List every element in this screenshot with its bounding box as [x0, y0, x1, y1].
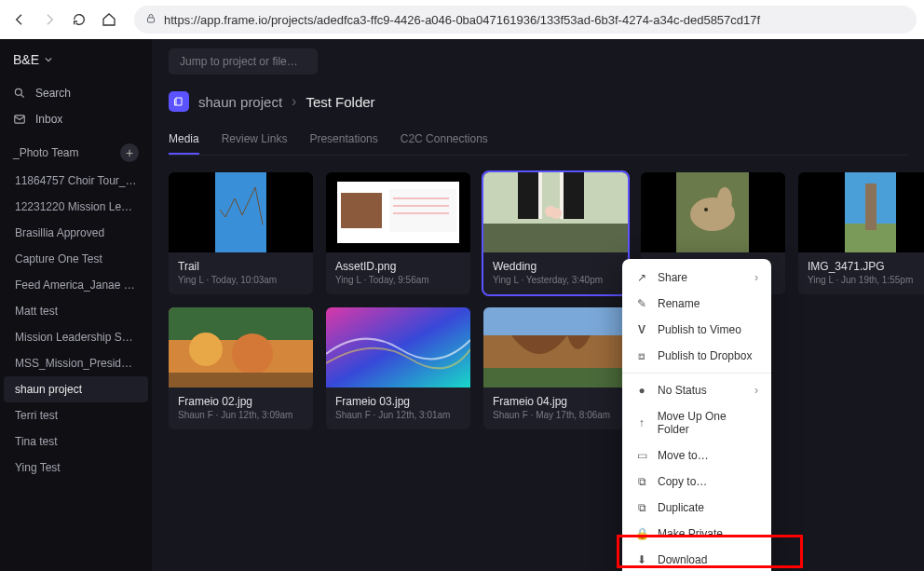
asset-card[interactable]: AssetID.pngYing L · Today, 9:56am	[326, 172, 470, 294]
address-bar[interactable]: https://app.frame.io/projects/adedfca3-f…	[134, 6, 917, 34]
tab-c2c[interactable]: C2C Connections	[401, 125, 488, 155]
breadcrumb-folder[interactable]: Test Folder	[306, 94, 374, 110]
main-content: Jump to project or file… shaun project ›…	[152, 39, 924, 571]
card-meta: Shaun F · Jun 12th, 3:09am	[178, 410, 304, 420]
project-item[interactable]: 11864757 Choir Tour_M…	[0, 168, 152, 194]
ctx-share[interactable]: ↗Share›	[622, 265, 771, 291]
folder-move-icon: ▭	[635, 449, 648, 462]
asset-card[interactable]: TrailYing L · Today, 10:03am	[169, 172, 313, 294]
svg-point-25	[232, 333, 273, 374]
ctx-download[interactable]: ⬇Download	[622, 547, 771, 571]
project-icon[interactable]	[169, 91, 189, 112]
svg-rect-8	[389, 189, 456, 232]
ctx-copy-to[interactable]: ⧉Copy to…	[622, 469, 771, 495]
svg-rect-21	[865, 184, 876, 230]
lock-icon: 🔒	[635, 527, 648, 540]
breadcrumb: shaun project › Test Folder	[169, 91, 907, 112]
svg-rect-0	[148, 18, 155, 22]
share-icon: ↗	[635, 271, 648, 284]
card-meta: Ying L · Yesterday, 3:40pm	[493, 275, 618, 285]
ctx-private[interactable]: 🔒Make Private	[622, 521, 771, 547]
ctx-dropbox[interactable]: ⧈Publish to Dropbox	[622, 343, 771, 369]
ctx-rename[interactable]: ✎Rename	[622, 291, 771, 317]
svg-rect-29	[483, 368, 628, 387]
svg-point-16	[717, 187, 732, 213]
breadcrumb-project[interactable]: shaun project	[198, 94, 282, 110]
arrow-up-icon: ↑	[635, 416, 648, 429]
ctx-move-to[interactable]: ▭Move to…	[622, 442, 771, 469]
workspace-name: B&E	[13, 52, 39, 67]
asset-card-selected[interactable]: WeddingYing L · Yesterday, 3:40pm	[483, 172, 628, 294]
workspace-switcher[interactable]: B&E	[0, 48, 152, 80]
thumb	[326, 307, 470, 387]
sidebar: B&E Search Inbox _Photo Team + 11864757 …	[0, 39, 152, 571]
inbox-icon	[13, 113, 26, 126]
url-text: https://app.frame.io/projects/adedfca3-f…	[164, 13, 760, 27]
chevron-right-icon: ›	[292, 93, 296, 110]
project-item[interactable]: Feed America_Janae Bi…	[0, 272, 152, 298]
chevron-right-icon: ›	[754, 271, 758, 284]
svg-rect-27	[483, 307, 628, 335]
ctx-move-up[interactable]: ↑Move Up One Folder	[622, 403, 771, 442]
tab-media[interactable]: Media	[169, 125, 199, 155]
project-item[interactable]: Mission Leadership Sem…	[0, 324, 152, 350]
project-item[interactable]: MSS_Mission_President_…	[0, 350, 152, 376]
vimeo-icon: V	[635, 323, 648, 336]
copy-icon: ⧉	[635, 475, 648, 488]
add-project-button[interactable]: +	[120, 143, 139, 162]
thumb	[326, 172, 470, 252]
svg-rect-10	[483, 224, 628, 252]
project-item[interactable]: Ying Test	[0, 455, 152, 481]
project-item[interactable]: Terri test	[0, 402, 152, 428]
asset-card[interactable]: Frameio 02.jpgShaun F · Jun 12th, 3:09am	[169, 307, 313, 429]
card-title: IMG_3471.JPG	[808, 260, 924, 273]
team-name: _Photo Team	[13, 146, 79, 159]
dropbox-icon: ⧈	[635, 349, 648, 362]
tab-presentations[interactable]: Presentations	[309, 125, 377, 155]
asset-card[interactable]: Frameio 03.jpgShaun F · Jun 12th, 3:01am	[326, 307, 470, 429]
svg-point-1	[15, 88, 21, 95]
browser-toolbar: https://app.frame.io/projects/adedfca3-f…	[0, 0, 924, 39]
chevron-down-icon	[45, 56, 52, 63]
team-header[interactable]: _Photo Team +	[0, 132, 152, 168]
card-title: AssetID.png	[335, 260, 461, 273]
card-meta: Shaun F · May 17th, 8:06am	[493, 410, 618, 420]
chevron-right-icon: ›	[754, 384, 758, 397]
project-item[interactable]: Capture One Test	[0, 246, 152, 272]
svg-point-12	[550, 208, 562, 219]
thumb	[169, 307, 313, 387]
card-title: Trail	[178, 260, 304, 273]
ctx-status[interactable]: ●No Status›	[622, 377, 771, 403]
home-button[interactable]	[97, 7, 121, 32]
tab-review-links[interactable]: Review Links	[222, 125, 288, 155]
reload-button[interactable]	[67, 7, 91, 32]
forward-button[interactable]	[37, 7, 61, 32]
project-item[interactable]: Brasillia Approved	[0, 220, 152, 246]
back-button[interactable]	[7, 7, 32, 32]
asset-card[interactable]: IMG_3471.JPGYing L · Jun 19th, 1:55pm	[798, 172, 924, 294]
card-title: Frameio 02.jpg	[178, 395, 304, 408]
sidebar-inbox[interactable]: Inbox	[0, 106, 152, 132]
card-title: Frameio 04.jpg	[493, 395, 618, 408]
jump-search[interactable]: Jump to project or file…	[169, 48, 318, 75]
project-item[interactable]: Matt test	[0, 298, 152, 324]
sidebar-search-label: Search	[35, 87, 71, 100]
context-menu: ↗Share› ✎Rename VPublish to Vimeo ⧈Publi…	[622, 259, 771, 571]
project-item[interactable]: 12231220 Mission Lead…	[0, 194, 152, 220]
ctx-duplicate[interactable]: ⧉Duplicate	[622, 495, 771, 521]
project-item[interactable]: Tina test	[0, 428, 152, 455]
svg-point-17	[704, 208, 708, 211]
asset-card[interactable]: Frameio 04.jpgShaun F · May 17th, 8:06am	[483, 307, 628, 429]
svg-rect-7	[341, 193, 382, 228]
circle-icon: ●	[635, 384, 648, 397]
separator	[622, 373, 771, 374]
sidebar-search[interactable]: Search	[0, 80, 152, 106]
svg-point-24	[189, 333, 223, 366]
download-icon: ⬇	[635, 553, 648, 566]
ctx-vimeo[interactable]: VPublish to Vimeo	[622, 317, 771, 343]
asset-grid: TrailYing L · Today, 10:03am AssetID.png…	[169, 172, 907, 429]
card-meta: Shaun F · Jun 12th, 3:01am	[335, 410, 461, 420]
card-meta: Ying L · Jun 19th, 1:55pm	[808, 275, 924, 285]
project-item-active[interactable]: shaun project	[4, 376, 148, 402]
search-icon	[13, 87, 26, 100]
